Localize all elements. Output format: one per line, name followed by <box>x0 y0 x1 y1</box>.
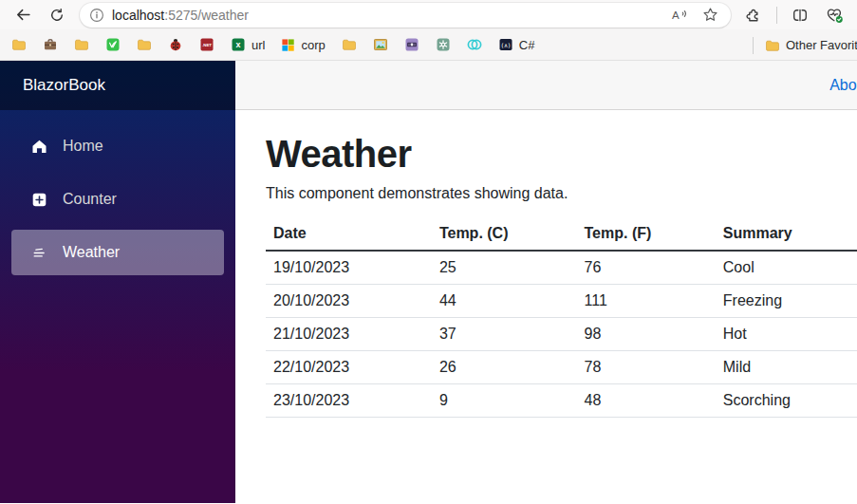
refresh-icon[interactable] <box>46 4 68 27</box>
bookmark-dotnet[interactable]: .NET <box>199 37 214 52</box>
bookmark-ladybug[interactable] <box>168 37 183 52</box>
column-header-temp-f: Temp. (F) <box>577 217 716 251</box>
url-path: :5275/weather <box>164 8 249 23</box>
bookmark-folder[interactable] <box>11 37 27 52</box>
page-subtitle: This component demonstrates showing data… <box>266 185 857 202</box>
split-screen-icon[interactable] <box>789 4 811 27</box>
cell-temp-f: 78 <box>577 351 716 384</box>
bookmark-purple-app[interactable] <box>404 37 419 52</box>
bookmark-excel-url[interactable]: x url <box>231 37 265 52</box>
folder-icon <box>137 37 152 52</box>
bookmark-godaddy[interactable] <box>467 37 482 52</box>
bookmark-label: corp <box>301 38 325 52</box>
url-host: localhost <box>112 8 164 23</box>
cell-date: 19/10/2023 <box>266 251 432 285</box>
cell-date: 20/10/2023 <box>266 285 432 318</box>
other-favorites[interactable]: Other Favorites <box>753 29 857 61</box>
cell-temp-c: 37 <box>432 318 577 351</box>
openai-icon <box>436 37 451 52</box>
app-brand[interactable]: BlazorBook <box>23 76 105 95</box>
microsoft-icon <box>281 38 295 52</box>
column-header-summary: Summary <box>716 217 857 251</box>
bookmark-label: url <box>252 38 265 52</box>
table-row: 20/10/2023 44 111 Freezing <box>266 285 857 318</box>
page-content: Weather This component demonstrates show… <box>235 110 857 418</box>
home-icon <box>30 138 47 155</box>
sidebar-item-label: Home <box>63 138 103 155</box>
back-icon[interactable] <box>11 4 34 27</box>
bookmark-csharp[interactable]: (∧) C# <box>498 37 535 52</box>
blazor-app: BlazorBook Home Counter Weather <box>0 61 857 503</box>
site-info-icon[interactable] <box>89 8 104 23</box>
extensions-icon[interactable] <box>742 4 765 27</box>
cell-summary: Freezing <box>716 285 857 318</box>
sidebar-item-label: Counter <box>63 191 117 208</box>
main-area: About Weather This component demonstrate… <box>235 61 857 503</box>
bookmarks-divider <box>753 37 754 54</box>
cell-date: 21/10/2023 <box>266 318 432 351</box>
sidebar-nav: Home Counter Weather <box>0 110 235 275</box>
page-title: Weather <box>266 133 857 176</box>
purple-app-icon <box>404 37 419 52</box>
folder-icon <box>11 37 27 52</box>
table-row: 19/10/2023 25 76 Cool <box>266 251 857 285</box>
url-text[interactable]: localhost:5275/weather <box>112 8 661 23</box>
picture-icon <box>373 37 388 52</box>
svg-text:x: x <box>235 40 240 49</box>
svg-text:A: A <box>672 9 680 21</box>
cell-summary: Cool <box>716 251 857 285</box>
weather-table: Date Temp. (C) Temp. (F) Summary 19/10/2… <box>266 217 857 418</box>
cell-summary: Scorching <box>716 384 857 418</box>
bookmark-openai[interactable] <box>436 37 451 52</box>
bookmark-microsoft-corp[interactable]: corp <box>281 38 325 52</box>
favorite-star-icon[interactable] <box>699 4 721 27</box>
bookmark-label: C# <box>519 38 535 52</box>
read-aloud-icon[interactable]: A <box>668 4 691 27</box>
toolbar-divider <box>776 7 777 24</box>
other-favorites-label: Other Favorites <box>786 38 857 52</box>
brand-row: BlazorBook <box>0 61 235 110</box>
sidebar-item-weather[interactable]: Weather <box>11 230 224 275</box>
cell-temp-c: 25 <box>432 251 577 285</box>
excel-icon: x <box>231 37 246 52</box>
briefcase-icon <box>43 37 58 52</box>
bookmark-briefcase[interactable] <box>43 37 58 52</box>
cell-temp-f: 111 <box>577 285 716 318</box>
table-row: 21/10/2023 37 98 Hot <box>266 318 857 351</box>
cell-temp-c: 26 <box>432 351 577 384</box>
table-header-row: Date Temp. (C) Temp. (F) Summary <box>266 217 857 251</box>
cell-temp-f: 76 <box>577 251 716 285</box>
sidebar-item-home[interactable]: Home <box>11 123 224 169</box>
plus-square-icon <box>30 191 47 208</box>
bookmark-folder[interactable] <box>342 37 357 52</box>
browser-essentials-icon[interactable] <box>823 4 846 27</box>
folder-icon <box>765 38 780 53</box>
teal-swirl-icon <box>467 37 482 52</box>
folder-icon <box>342 37 357 52</box>
cell-temp-f: 98 <box>577 318 716 351</box>
bookmark-picture[interactable] <box>373 37 388 52</box>
address-bar[interactable]: localhost:5275/weather A <box>80 3 731 28</box>
ladybug-icon <box>168 37 183 52</box>
bookmark-folder[interactable] <box>74 37 89 52</box>
cell-date: 23/10/2023 <box>266 384 432 418</box>
bookmark-folder[interactable] <box>137 37 152 52</box>
folder-icon <box>74 37 89 52</box>
about-link[interactable]: About <box>829 77 857 94</box>
table-row: 23/10/2023 9 48 Scorching <box>266 384 857 418</box>
cell-temp-f: 48 <box>577 384 716 418</box>
cell-date: 22/10/2023 <box>266 351 432 384</box>
column-header-temp-c: Temp. (C) <box>432 217 577 251</box>
dotnet-icon: .NET <box>199 37 214 52</box>
cell-temp-c: 9 <box>432 384 577 418</box>
list-icon <box>30 244 47 261</box>
cell-summary: Mild <box>716 351 857 384</box>
sidebar-item-counter[interactable]: Counter <box>11 177 224 222</box>
bookmark-green-app[interactable] <box>105 37 121 52</box>
browser-toolbar: localhost:5275/weather A <box>0 0 857 29</box>
table-row: 22/10/2023 26 78 Mild <box>266 351 857 384</box>
csharp-site-icon: (∧) <box>498 37 513 52</box>
svg-text:.NET: .NET <box>202 43 212 47</box>
green-check-app-icon <box>105 37 121 52</box>
main-top-row: About <box>235 61 857 110</box>
